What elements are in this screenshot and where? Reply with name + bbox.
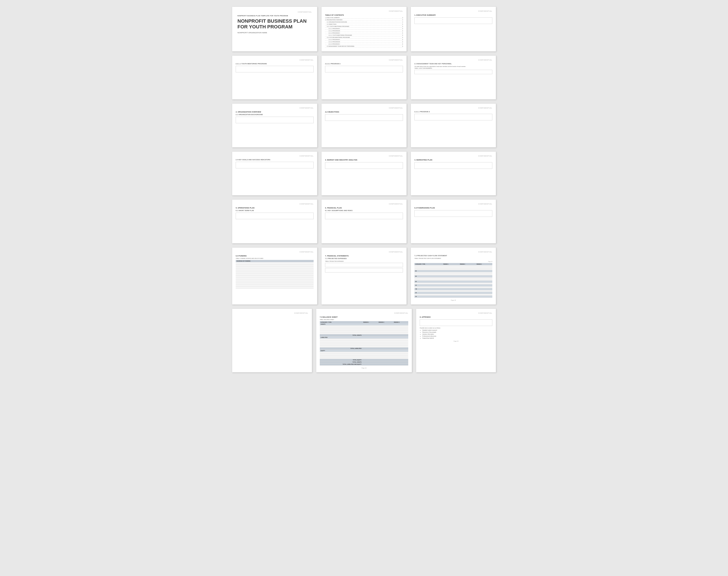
operations-plan-content-box: [236, 212, 314, 219]
appendix-title: 8. APPENDIX: [420, 316, 492, 318]
toc-card: CONFIDENTIAL TABLE OF CONTENTS 1. EXECUT…: [321, 7, 407, 52]
financial-statements-box1: [325, 263, 403, 267]
exec-title: 1. EXECUTIVE SUMMARY: [414, 14, 492, 16]
confidential-stamp-fs: CONFIDENTIAL: [325, 251, 403, 253]
appendix-item-4: Professional references: [422, 336, 492, 337]
funding-sources-label: TABLE: FUNDING SOURCE AND USE OF FUNDS: [236, 258, 314, 259]
confidential-stamp-obj: CONFIDENTIAL: [325, 107, 403, 109]
cf-section-c8a: C8: [414, 292, 492, 294]
toc-item: 2.2.2 FUTURE MENTORING PROGRAMS6: [325, 37, 403, 38]
marketing-plan-card: CONFIDENTIAL 4. MARKETING PLAN: [411, 151, 496, 196]
mentoring-programs-card: CONFIDENTIAL 2.2.1.1 YOUTH MENTORING PRO…: [232, 55, 317, 99]
fundraising-plan-content-box: [414, 210, 492, 217]
confidential-stamp-pa1: CONFIDENTIAL: [325, 59, 403, 61]
cf-section-es3: ES: [414, 280, 492, 283]
toc-item: 2.2.2.1 PROGRAM A6: [325, 39, 403, 41]
program-a1-content-box: [325, 66, 403, 73]
toc-item: 2.3 MANAGEMENT TEAM AND KEY PERSONNEL6: [325, 46, 403, 47]
marketing-plan-content-box: [414, 162, 492, 169]
toc-item: 2.2.2.3 PROGRAM C6: [325, 44, 403, 45]
sources-table: SOURCES OF FUNDING: [236, 260, 314, 289]
management-team-card: CONFIDENTIAL 2.3 MANAGEMENT TEAM AND KEY…: [411, 55, 496, 99]
page-18: Page 18: [414, 299, 492, 301]
toc-item: 1. EXECUTIVE SUMMARY3: [325, 17, 403, 19]
appendix-card: CONFIDENTIAL 8. APPENDIX Possible items …: [416, 309, 496, 372]
cf-col-category: CATEGORY / TYPE: [414, 263, 442, 265]
bs-total-liabilities-equity: TOTAL LIABILITIES AND EQUITY: [320, 363, 362, 365]
appendix-item-2: Resumes of key people: [422, 332, 492, 333]
bs-total-equity: TOTAL EQUITY: [320, 359, 362, 361]
page-19: Page 19: [320, 367, 408, 369]
confidential-stamp-toc: CONFIDENTIAL: [325, 10, 403, 12]
balance-sheet-card: CONFIDENTIAL 7.3 BALANCE SHEET TABLE: BA…: [316, 309, 412, 372]
key-goals-content-box: [236, 162, 314, 168]
bs-col-p2: PERIOD 2: [378, 321, 393, 323]
sources-header: SOURCES OF FUNDING: [236, 260, 314, 262]
confidential-stamp-op: CONFIDENTIAL: [236, 203, 314, 205]
bs-equity-header: EQUITY: [320, 349, 408, 352]
fundraising-plan-title: 6.3 FUNDRAISING PLAN: [414, 207, 492, 209]
confidential-stamp-app: CONFIDENTIAL: [420, 312, 492, 314]
operations-plan-title: 5. OPERATIONS PLAN: [236, 207, 314, 209]
toc-item: 2.2.1.1 PROGRAM A5: [325, 28, 403, 30]
financial-statements-box2: [325, 268, 403, 272]
appendix-top-box: [420, 319, 492, 326]
org-overview-sub: 2.1 ORGANIZATION BACKGROUND: [236, 114, 314, 115]
marketing-plan-title: 4. MARKETING PLAN: [414, 159, 492, 161]
operations-plan-card: CONFIDENTIAL 5. OPERATIONS PLAN 5.1 SHOR…: [232, 199, 317, 243]
cover-main-title: NONPROFIT BUSINESS PLAN FOR YOUTH PROGRA…: [237, 18, 312, 30]
toc-item: 2.1 ORGANIZATION BACKGROUND4: [325, 21, 403, 23]
appendix-item-5: Supporting material: [422, 338, 492, 339]
appendix-intro: Possible items to attach are as follows:: [420, 327, 492, 328]
confidential-stamp-exec: CONFIDENTIAL: [414, 10, 492, 12]
key-goals-title: 2.4 KEY GOALS AND SUCCESS INDICATORS: [236, 159, 314, 161]
bs-total-assets: TOTAL ASSETS: [320, 334, 362, 336]
program-a2-title: 2.2.1.1 PROGRAM A: [414, 111, 492, 113]
management-table-label: TABLE: LEAD TEAM MEMBERS: [414, 67, 492, 69]
objectives-card: CONFIDENTIAL 2.2 OBJECTIVES: [321, 104, 407, 147]
financial-plan-title: 6. FINANCIAL PLAN: [325, 207, 403, 209]
balance-sheet-title: 7.3 BALANCE SHEET: [320, 316, 408, 318]
toc-item: 2.2.1.3 PROGRAM C6: [325, 32, 403, 34]
confidential-stamp-ma: CONFIDENTIAL: [325, 155, 403, 157]
confidential-stamp-kg: CONFIDENTIAL: [236, 155, 314, 157]
bs-liabilities-header: LIABILITIES: [320, 336, 408, 339]
confidential-stamp-cfc: CONFIDENTIAL: [236, 312, 308, 314]
confidential-stamp-frp: CONFIDENTIAL: [414, 203, 492, 205]
org-overview-title: 2. ORGANIZATION OVERVIEW: [236, 111, 314, 113]
toc-item: 2.2.1 YOUTH MENTORING PROGRAMS5: [325, 26, 403, 28]
confidential-stamp-fund: CONFIDENTIAL: [236, 251, 314, 253]
cf-section-7w: 7W: [414, 288, 492, 290]
cf-section-u3: U3: [414, 284, 492, 286]
executive-summary-card: CONFIDENTIAL 1. EXECUTIVE SUMMARY: [411, 7, 496, 52]
bs-col-category: CATEGORY / TYPE: [320, 321, 362, 323]
confidential-stamp-mp: CONFIDENTIAL: [236, 59, 314, 61]
appendix-list: Detailed market research Resumes of key …: [422, 329, 492, 339]
cf-section-es2: ES: [414, 275, 492, 277]
financial-plan-card: CONFIDENTIAL 6. FINANCIAL PLAN 6.1 KEY A…: [321, 199, 407, 243]
appendix-item-3: Industry information: [422, 334, 492, 335]
bs-total-liabilities: TOTAL LIABILITIES: [320, 347, 362, 349]
exec-content-box: [414, 18, 492, 24]
financial-statements-table-label: TABLE: PROJECTED EXPENSES: [325, 261, 403, 262]
management-title: 2.3 MANAGEMENT TEAM AND KEY PERSONNEL: [414, 63, 492, 64]
confidential-stamp-pa2: CONFIDENTIAL: [414, 107, 492, 109]
toc-item: 2.2.1.2 PROGRAM B6: [325, 30, 403, 32]
program-a2-content-box: [414, 114, 492, 120]
bs-col-p1: PERIOD 1: [362, 321, 378, 323]
operations-plan-sub: 5.1 SHORT-TERM PLAN: [236, 210, 314, 211]
mentoring-programs-title: 2.2.1.1 YOUTH MENTORING PROGRAMS: [236, 63, 314, 64]
appendix-item-1: Detailed market research: [422, 329, 492, 331]
cf-section-es: ES: [414, 270, 492, 272]
toc-item: 2. ORGANIZATION OVERVIEW4: [325, 19, 403, 21]
cover-org-name: NONPROFIT ORGANIZATION NAME: [237, 32, 312, 34]
program-a1-card: CONFIDENTIAL 2.2.2.1 PROGRAM A: [321, 55, 407, 99]
management-content-box: [414, 70, 492, 74]
objectives-title: 2.2 OBJECTIVES: [325, 111, 403, 113]
market-analysis-title: 3. MARKET AND INDUSTRY ANALYSIS: [325, 159, 403, 161]
org-overview-content-box: [236, 117, 314, 123]
cover-subtitle: NONPROFIT BUSINESS PLAN TEMPLATE FOR YOU…: [237, 15, 312, 17]
confidential-stamp-mt: CONFIDENTIAL: [414, 59, 492, 61]
funding-title: 6.4 FUNDING: [236, 255, 314, 257]
program-a1-title: 2.2.2.1 PROGRAM A: [325, 63, 403, 64]
